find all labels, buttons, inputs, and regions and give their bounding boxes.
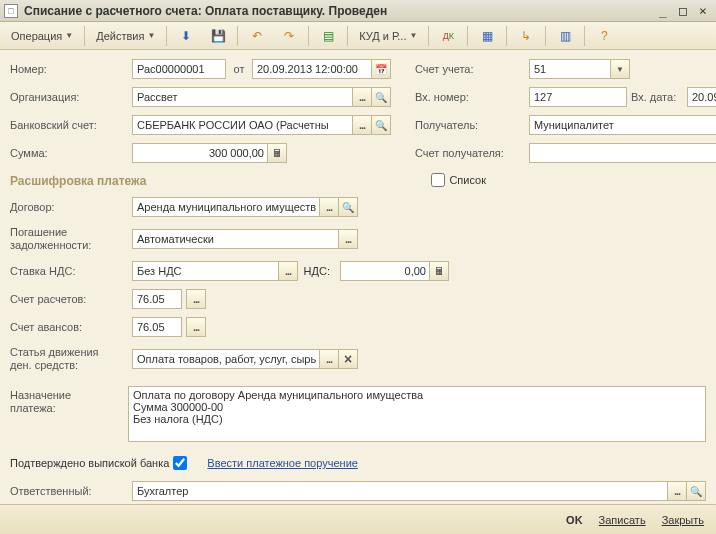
ok-button[interactable]: OK [562, 511, 587, 529]
recvacc-label: Счет получателя: [415, 147, 525, 159]
bank-input[interactable] [132, 115, 353, 135]
tb-post-button[interactable]: ⬇ [171, 25, 201, 47]
tb-redo-button[interactable]: ↷ [274, 25, 304, 47]
tb-undo-button[interactable]: ↶ [242, 25, 272, 47]
actions-dropdown[interactable]: Действия ▼ [89, 25, 162, 47]
number-input[interactable] [132, 59, 226, 79]
go-icon: ↳ [518, 28, 534, 44]
select-icon[interactable] [338, 229, 358, 249]
close-link[interactable]: Закрыть [658, 511, 708, 529]
redo-icon: ↷ [281, 28, 297, 44]
toolbar-separator [428, 26, 429, 46]
structure-icon: ▦ [479, 28, 495, 44]
date-input[interactable] [252, 59, 372, 79]
tb-save-button[interactable]: 💾 [203, 25, 233, 47]
operation-dropdown[interactable]: Операция ▼ [4, 25, 80, 47]
chevron-down-icon: ▼ [65, 31, 73, 40]
search-icon[interactable] [686, 481, 706, 501]
innum-label: Вх. номер: [415, 91, 525, 103]
indate-label: Вх. дата: [631, 91, 683, 103]
tb-list-button[interactable]: ▥ [550, 25, 580, 47]
calculator-icon[interactable] [429, 261, 449, 281]
org-input[interactable] [132, 87, 353, 107]
clear-icon[interactable] [338, 349, 358, 369]
number-label: Номер: [10, 63, 128, 75]
dropdown-icon[interactable] [610, 59, 630, 79]
toolbar-separator [584, 26, 585, 46]
sum-label: Сумма: [10, 147, 128, 159]
recv-input[interactable] [529, 115, 716, 135]
select-icon[interactable] [352, 87, 372, 107]
tb-go-button[interactable]: ↳ [511, 25, 541, 47]
debt-input[interactable] [132, 229, 339, 249]
recvacc-input[interactable] [529, 143, 716, 163]
toolbar-separator [347, 26, 348, 46]
acc-label: Счет учета: [415, 63, 525, 75]
tb-help-button[interactable]: ? [589, 25, 619, 47]
select-icon[interactable] [278, 261, 298, 281]
save-icon: 💾 [210, 28, 226, 44]
confirmed-label: Подтверждено выпиской банка [10, 457, 169, 469]
document-icon: □ [4, 4, 18, 18]
resp-input[interactable] [132, 481, 668, 501]
help-icon: ? [596, 28, 612, 44]
minimize-button[interactable]: _ [654, 3, 672, 19]
calendar-icon[interactable] [371, 59, 391, 79]
bank-label: Банковский счет: [10, 119, 128, 131]
search-icon[interactable] [371, 87, 391, 107]
vat-rate-label: Ставка НДС: [10, 265, 128, 277]
cashflow-input[interactable] [132, 349, 320, 369]
vat-label: НДС: [302, 265, 336, 277]
toolbar: Операция ▼ Действия ▼ ⬇ 💾 ↶ ↷ ▤ КУД и Р.… [0, 22, 716, 50]
toolbar-separator [84, 26, 85, 46]
toolbar-separator [467, 26, 468, 46]
toolbar-separator [308, 26, 309, 46]
tb-structure-button[interactable]: ▦ [472, 25, 502, 47]
search-icon[interactable] [338, 197, 358, 217]
indate-input[interactable] [687, 87, 716, 107]
toolbar-separator [237, 26, 238, 46]
select-icon[interactable] [186, 289, 206, 309]
select-icon[interactable] [667, 481, 687, 501]
settle-input[interactable] [132, 289, 182, 309]
purpose-label: Назначение платежа: [10, 386, 128, 415]
org-label: Организация: [10, 91, 128, 103]
debt-label: Погашение задолженности: [10, 226, 128, 252]
tb-debit-credit-button[interactable]: ДК [433, 25, 463, 47]
list-icon: ▥ [557, 28, 573, 44]
vat-input[interactable] [340, 261, 430, 281]
cascade-icon: ▤ [320, 28, 336, 44]
advance-input[interactable] [132, 317, 182, 337]
contract-label: Договор: [10, 201, 128, 213]
select-icon[interactable] [319, 349, 339, 369]
vat-rate-input[interactable] [132, 261, 279, 281]
save-button[interactable]: Записать [595, 511, 650, 529]
calculator-icon[interactable] [267, 143, 287, 163]
payment-details-section: Расшифровка платежа [10, 174, 146, 188]
list-checkbox[interactable] [431, 173, 445, 187]
acc-input[interactable] [529, 59, 611, 79]
purpose-textarea[interactable] [128, 386, 706, 442]
select-icon[interactable] [352, 115, 372, 135]
toolbar-separator [545, 26, 546, 46]
toolbar-separator [506, 26, 507, 46]
maximize-button[interactable]: □ [674, 3, 692, 19]
debit-credit-icon: ДК [440, 28, 456, 44]
innum-input[interactable] [529, 87, 627, 107]
contract-input[interactable] [132, 197, 320, 217]
sum-input[interactable] [132, 143, 268, 163]
tb-cascade-button[interactable]: ▤ [313, 25, 343, 47]
select-icon[interactable] [319, 197, 339, 217]
undo-icon: ↶ [249, 28, 265, 44]
close-button[interactable]: × [694, 3, 712, 19]
select-icon[interactable] [186, 317, 206, 337]
enter-payment-order-link[interactable]: Ввести платежное поручение [207, 457, 358, 469]
kudir-dropdown[interactable]: КУД и Р... ▼ [352, 25, 424, 47]
operation-label: Операция [11, 30, 62, 42]
actions-label: Действия [96, 30, 144, 42]
chevron-down-icon: ▼ [147, 31, 155, 40]
confirmed-checkbox[interactable] [173, 456, 187, 470]
search-icon[interactable] [371, 115, 391, 135]
advance-label: Счет авансов: [10, 321, 128, 333]
titlebar: □ Списание с расчетного счета: Оплата по… [0, 0, 716, 22]
